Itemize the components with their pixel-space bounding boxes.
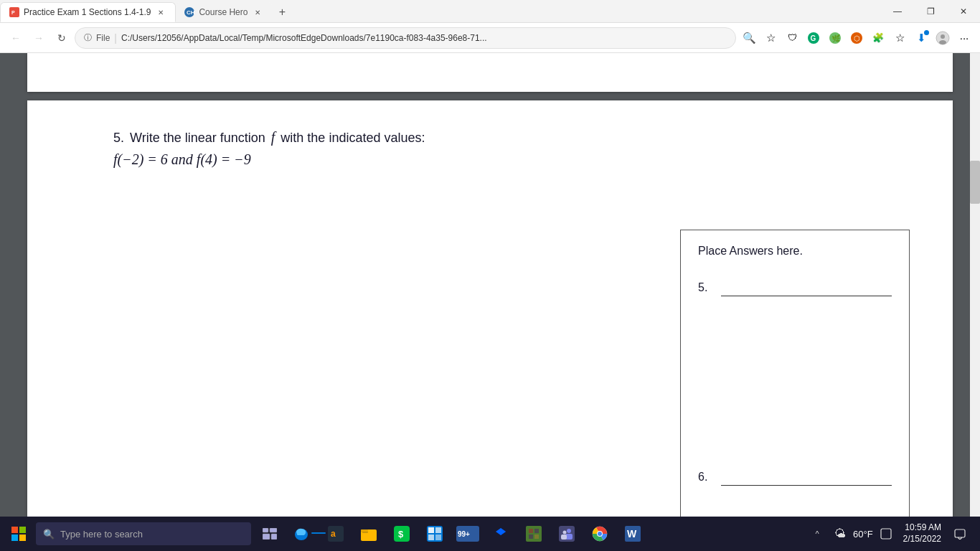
svg-point-12 [939,40,946,44]
cash-app-icon[interactable]: $ [386,518,418,550]
svg-point-46 [563,531,567,534]
taskbar-search-icon: 🔍 [43,529,55,540]
restore-button[interactable]: ❐ [914,0,947,23]
tab-pdf[interactable]: P Practice Exam 1 Sections 1.4-1.9 ✕ [0,2,176,22]
more-options-icon[interactable]: ··· [954,28,974,48]
taskbar-center-icons: a $ [255,518,649,550]
taskbar: 🔍 Type here to search a [0,517,980,551]
amazon-taskbar-icon[interactable]: a [320,518,352,550]
close-button[interactable]: ✕ [947,0,980,23]
dropbox-icon[interactable] [485,518,517,550]
tray-chevron-icon[interactable]: ^ [807,518,827,550]
time-display: 10:59 AM [905,522,941,534]
search-icon[interactable]: 🔍 [739,28,759,48]
puzzle-icon[interactable]: ⬡ [847,28,867,48]
answer-spacer [698,325,892,468]
svg-rect-33 [435,534,441,540]
math-text: f(−2) = 6 and f(4) = −9 [113,151,251,167]
tab-pdf-close[interactable]: ✕ [155,6,166,18]
svg-text:⬡: ⬡ [854,34,860,42]
titlebar: P Practice Exam 1 Sections 1.4-1.9 ✕ CH … [0,0,980,23]
svg-text:99+: 99+ [458,530,470,538]
svg-rect-30 [428,527,434,533]
svg-text:P: P [11,10,15,15]
minecraft-icon[interactable] [518,518,550,550]
tab-strip: P Practice Exam 1 Sections 1.4-1.9 ✕ CH … [0,0,881,22]
system-tray: ^ 🌤 60°F 10:59 AM 2/15/2022 [807,518,977,550]
answer-line-num-6: 6. [698,471,715,484]
forward-button[interactable]: → [29,28,49,48]
system-clock[interactable]: 10:59 AM 2/15/2022 [899,518,946,550]
svg-text:W: W [627,528,637,540]
svg-rect-38 [526,526,542,542]
shield-icon[interactable]: 🛡 [782,28,802,48]
svg-rect-14 [19,527,26,533]
tab-pdf-label: Practice Exam 1 Sections 1.4-1.9 [24,7,151,17]
date-display: 2/15/2022 [903,534,941,545]
microsoft-store-icon[interactable] [419,518,451,550]
notifications-icon[interactable] [876,518,896,550]
task-view-button[interactable] [255,518,284,550]
teams-icon[interactable] [551,518,583,550]
svg-rect-39 [529,529,533,533]
back-button[interactable]: ← [6,28,26,48]
weather-icon[interactable]: 🌤 [830,518,850,550]
word-taskbar-icon[interactable]: W [617,518,649,550]
minimize-button[interactable]: — [881,0,914,23]
question-header: 5. Write the linear function f with the … [113,129,867,146]
svg-rect-54 [955,529,965,537]
download-icon[interactable]: ⬇ [911,28,931,48]
pdf-content-area[interactable]: 5. Write the linear function f with the … [0,53,980,517]
svg-marker-37 [501,528,506,535]
svg-rect-26 [362,532,368,533]
answer-box: Place Answers here. 5. 6. [680,230,910,517]
question-text: Write the linear function [130,131,265,146]
pdf-favicon-icon: P [9,7,19,17]
answer-input-6[interactable] [721,468,892,486]
taskbar-search-box[interactable]: 🔍 Type here to search [36,522,251,545]
pdf-page-main: 5. Write the linear function f with the … [27,100,953,517]
svg-point-44 [567,529,571,533]
pdf-scrollbar[interactable] [970,53,980,517]
svg-rect-17 [263,528,268,532]
url-bar[interactable]: ⓘ File | C:/Users/12056/AppData/Local/Te… [75,27,736,49]
coursehero-favicon-icon: CH [184,7,194,17]
file-explorer-icon[interactable] [353,518,385,550]
protocol-label: File [96,33,110,43]
badge-99-icon[interactable]: 99+ [452,518,484,550]
svg-rect-18 [270,528,277,532]
svg-rect-47 [561,534,567,540]
svg-text:🌿: 🌿 [831,34,841,43]
question-function-var: f [271,129,275,146]
start-button[interactable] [3,518,34,550]
address-bar: ← → ↻ ⓘ File | C:/Users/12056/AppData/Lo… [0,23,980,53]
svg-rect-42 [534,534,539,539]
notification-center-icon[interactable] [948,518,971,550]
tab-coursehero-close[interactable]: ✕ [252,6,263,18]
toolbar-icons: 🔍 ☆ 🛡 G 🌿 ⬡ 🧩 ☆ ⬇ ··· [739,28,974,48]
tab-coursehero[interactable]: CH Course Hero ✕ [176,2,272,22]
refresh-button[interactable]: ↻ [52,28,72,48]
answer-line-row-6: 6. [698,468,892,486]
pdf-scrollbar-thumb[interactable] [970,161,980,204]
answer-box-title: Place Answers here. [698,245,892,258]
new-tab-button[interactable]: + [272,2,292,22]
svg-point-11 [941,34,945,39]
svg-rect-20 [271,534,277,540]
taskbar-search-placeholder: Type here to search [60,529,143,540]
svg-rect-15 [11,534,18,541]
weather-temp[interactable]: 60°F [853,529,873,540]
chrome-taskbar-icon[interactable] [584,518,616,550]
extensions-icon[interactable]: 🧩 [868,28,888,48]
edge-g-icon[interactable]: G [804,28,824,48]
favorites-icon[interactable]: ☆ [760,28,781,48]
edge-green-icon[interactable]: 🌿 [825,28,845,48]
edge-taskbar-icon[interactable] [286,518,317,550]
tab-coursehero-label: Course Hero [199,7,248,17]
answer-input-5[interactable] [721,279,892,296]
collections-icon[interactable]: ☆ [890,28,910,48]
question-text2: with the indicated values: [281,131,425,146]
profile-icon[interactable] [933,28,953,48]
svg-point-50 [598,532,602,536]
window-controls: — ❐ ✕ [881,0,980,22]
